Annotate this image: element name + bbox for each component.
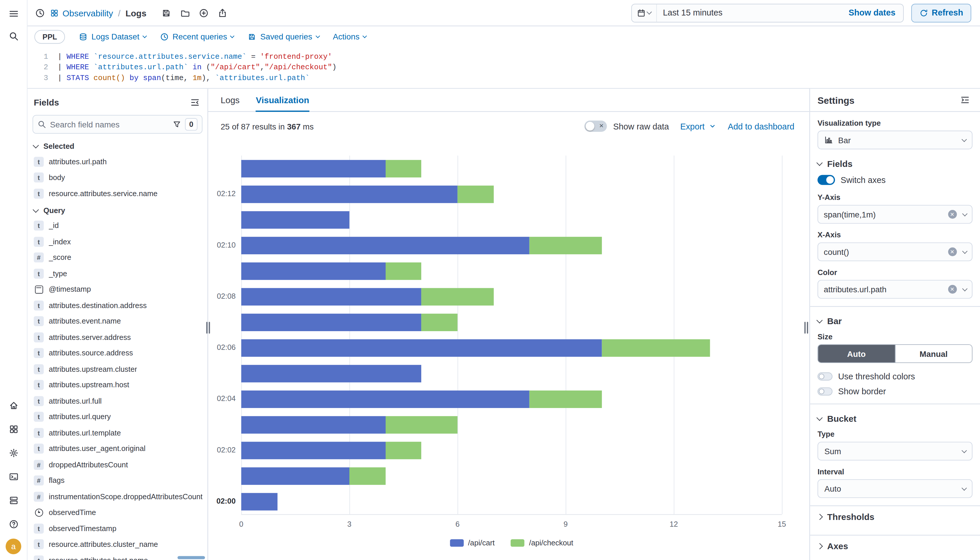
help-button[interactable] [4,515,23,534]
bar-segment[interactable] [241,211,349,228]
switch-axes-toggle[interactable] [817,175,835,185]
panel-resizer-right[interactable] [804,322,808,334]
collapse-fields-panel-button[interactable] [187,95,202,110]
bar-segment[interactable] [241,288,421,305]
editor-line[interactable]: 2| WHERE `attributes.url.path` in ("/api… [27,62,980,72]
bar-segment[interactable] [241,493,277,510]
tab-logs[interactable]: Logs [221,89,240,112]
saved-queries-button[interactable]: Saved queries [248,32,319,41]
field-item[interactable]: tattributes.destination.address [32,298,202,313]
save-button[interactable] [158,4,175,22]
settings-section-axes-header[interactable]: Axes [817,535,972,557]
field-item[interactable]: tresource.attributes.host.name [32,552,202,560]
bar-segment[interactable] [530,390,602,408]
color-select[interactable]: attributes.url.path ✕ [817,280,972,299]
time-range-value[interactable]: Last 15 minutes [657,8,841,18]
field-item[interactable]: tbody [32,170,202,186]
export-button[interactable]: Export [680,122,717,131]
query-editor[interactable]: 1| WHERE `resource.attributes.service.na… [27,47,980,88]
collapse-settings-panel-button[interactable] [957,92,972,107]
add-to-dashboard-button[interactable]: Add to dashboard [728,122,794,131]
field-search-input[interactable] [50,120,169,129]
editor-line[interactable]: 3| STATS count() by span(time, 1m), `att… [27,72,980,83]
query-language-badge[interactable]: PPL [35,30,65,43]
legend-item[interactable]: /api/checkout [511,539,573,547]
bar-segment[interactable] [241,441,385,459]
global-search-button[interactable] [4,27,23,46]
bar-segment[interactable] [602,339,710,357]
editor-line[interactable]: 1| WHERE `resource.attributes.service.na… [27,51,980,62]
clear-icon[interactable]: ✕ [948,210,957,218]
panel-resizer-left[interactable] [206,322,210,334]
bucket-type-select[interactable]: Sum [817,442,972,460]
recent-queries-button[interactable]: Recent queries [160,32,234,41]
bar-segment[interactable] [241,237,530,254]
fields-section-header[interactable]: Fields [817,159,972,168]
field-group-header[interactable]: Selected [32,139,202,154]
bar-segment[interactable] [241,365,421,382]
bar-segment[interactable] [241,313,421,331]
field-item[interactable]: t_type [32,266,202,282]
size-option-manual[interactable]: Manual [895,345,972,362]
bar-segment[interactable] [422,288,494,305]
bar-segment[interactable] [385,441,421,459]
bar-segment[interactable] [385,262,421,280]
bar-segment[interactable] [241,339,602,357]
bar-segment[interactable] [241,160,385,177]
visualization-type-select[interactable]: Bar [817,131,972,149]
field-item[interactable]: tattributes.url.full [32,393,202,409]
settings-section-thresholds-header[interactable]: Thresholds [817,506,972,528]
field-item[interactable]: tattributes.upstream.host [32,377,202,393]
bar-segment[interactable] [241,390,530,408]
bar-segment[interactable] [422,313,458,331]
dataset-selector[interactable]: Logs Dataset [79,32,146,41]
field-group-header[interactable]: Query [32,203,202,218]
field-item[interactable]: tattributes.url.path [32,154,202,170]
field-item[interactable]: tobservedTimestamp [32,520,202,537]
size-option-auto[interactable]: Auto [818,345,895,362]
use-threshold-colors-toggle[interactable] [817,372,832,380]
clear-icon[interactable]: ✕ [948,285,957,294]
field-item[interactable]: #droppedAttributesCount [32,457,202,473]
bucket-section-header[interactable]: Bucket [817,413,972,423]
home-button[interactable] [4,396,23,415]
bucket-interval-select[interactable]: Auto [817,479,972,498]
bar-segment[interactable] [241,416,385,433]
bar-section-header[interactable]: Bar [817,316,972,326]
recent-items-button[interactable] [31,4,49,22]
clear-icon[interactable]: ✕ [948,248,957,256]
bar-segment[interactable] [385,160,421,177]
field-filter-count-badge[interactable]: 0 [185,118,198,131]
quick-select-time-button[interactable] [632,4,657,22]
bar-segment[interactable] [241,467,349,485]
field-item[interactable]: t_index [32,234,202,250]
bar-segment[interactable] [241,185,458,203]
x-axis-select[interactable]: count() ✕ [817,242,972,261]
field-item[interactable]: @timestamp [32,282,202,298]
field-item[interactable]: #instrumentationScope.droppedAttributesC… [32,489,202,505]
field-item[interactable]: tattributes.event.name [32,313,202,329]
menu-button[interactable] [4,4,23,23]
filter-icon[interactable] [172,120,181,128]
show-dates-button[interactable]: Show dates [841,8,903,18]
field-item[interactable]: tattributes.upstream.cluster [32,361,202,377]
field-item[interactable]: tattributes.url.template [32,425,202,441]
bar-segment[interactable] [530,237,602,254]
share-button[interactable] [214,4,232,22]
field-item[interactable]: tattributes.server.address [32,329,202,345]
field-item[interactable]: tresource.attributes.cluster_name [32,536,202,552]
field-item[interactable]: tattributes.source.address [32,345,202,361]
show-border-toggle[interactable] [817,387,832,395]
field-item[interactable]: tresource.attributes.service.name [32,186,202,202]
bar-segment[interactable] [349,467,385,485]
dev-tools-button[interactable] [4,467,23,486]
open-button[interactable] [176,4,194,22]
actions-button[interactable]: Actions [333,32,366,41]
tab-visualization[interactable]: Visualization [256,89,309,112]
field-item[interactable]: #flags [32,473,202,489]
field-item[interactable]: #_score [32,250,202,266]
y-axis-select[interactable]: span(time,1m) ✕ [817,205,972,223]
apps-button[interactable] [4,420,23,439]
bar-segment[interactable] [241,262,385,280]
refresh-button[interactable]: Refresh [911,3,971,22]
